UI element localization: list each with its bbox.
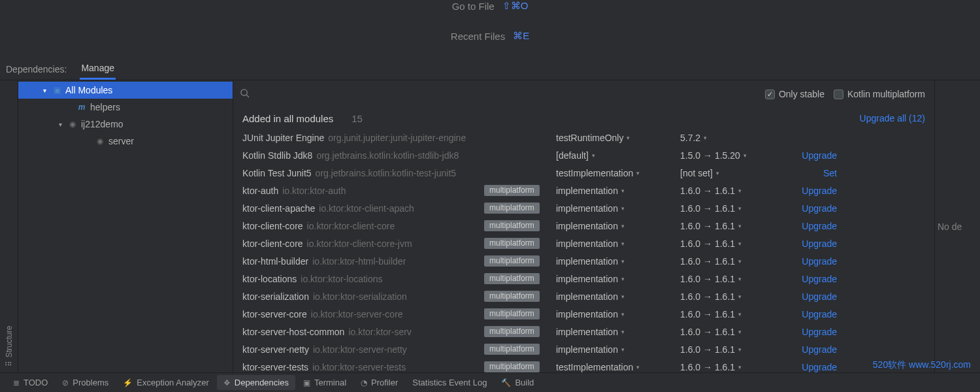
tree-label: server bbox=[108, 136, 134, 146]
version-dropdown[interactable]: 1.6.0 → 1.6.1▾ bbox=[680, 274, 785, 284]
upgrade-all-link[interactable]: Upgrade all (12) bbox=[860, 113, 925, 123]
scope-dropdown[interactable]: [default]▾ bbox=[556, 150, 680, 161]
version-dropdown[interactable]: 1.6.0 → 1.6.1▾ bbox=[680, 203, 785, 214]
dependency-row[interactable]: Kotlin Test Junit5org.jetbrains.kotlin:k… bbox=[242, 164, 925, 182]
dependency-row[interactable]: ktor-server-host-commonio.ktor:ktor-serv… bbox=[242, 323, 925, 340]
bottom-build[interactable]: 🔨Build bbox=[495, 375, 540, 390]
chevron-down-icon: ▾ bbox=[592, 152, 595, 159]
scope-dropdown[interactable]: implementation▾ bbox=[556, 274, 680, 284]
bottom-exception-analyzer[interactable]: ⚡Exception Analyzer bbox=[116, 375, 216, 390]
tab-manage[interactable]: Manage bbox=[80, 59, 116, 80]
scope-dropdown[interactable]: implementation▾ bbox=[556, 221, 680, 231]
version-dropdown[interactable]: 1.6.0 → 1.6.1▾ bbox=[680, 362, 785, 372]
scope-dropdown[interactable]: implementation▾ bbox=[556, 203, 680, 214]
version-dropdown[interactable]: [not set]▾ bbox=[680, 168, 785, 178]
chevron-down-icon: ▾ bbox=[41, 87, 48, 94]
scope-dropdown[interactable]: implementation▾ bbox=[556, 186, 680, 196]
dep-coord: io.ktor:ktor-html-builder bbox=[312, 256, 406, 267]
dep-action-link[interactable]: Upgrade bbox=[785, 362, 837, 372]
dep-action-link[interactable]: Upgrade bbox=[785, 221, 837, 231]
dependency-row[interactable]: ktor-server-nettyio.ktor:ktor-server-net… bbox=[242, 340, 925, 358]
dependency-row[interactable]: JUnit Jupiter Engineorg.junit.jupiter:ju… bbox=[242, 129, 925, 146]
version-dropdown[interactable]: 1.6.0 → 1.6.1▾ bbox=[680, 291, 785, 302]
scope-dropdown[interactable]: testImplementation▾ bbox=[556, 168, 680, 178]
chevron-down-icon: ▾ bbox=[738, 188, 742, 194]
version-dropdown[interactable]: 1.6.0 → 1.6.1▾ bbox=[680, 221, 785, 231]
dep-action-link[interactable]: Upgrade bbox=[785, 274, 837, 284]
dependency-row[interactable]: ktor-authio.ktor:ktor-authmultiplatformi… bbox=[242, 182, 925, 199]
dep-coord: io.ktor:ktor-locations bbox=[301, 274, 382, 284]
dep-action-link[interactable]: Upgrade bbox=[785, 256, 837, 267]
dep-name: ktor-server-netty bbox=[242, 344, 309, 355]
hint-recent-files[interactable]: Recent Files ⌘E bbox=[451, 30, 529, 42]
dep-action-link[interactable]: Upgrade bbox=[785, 291, 837, 302]
dependency-row[interactable]: ktor-locationsio.ktor:ktor-locationsmult… bbox=[242, 270, 925, 287]
dependency-row[interactable]: Kotlin Stdlib Jdk8org.jetbrains.kotlin:k… bbox=[242, 146, 925, 164]
dependency-row[interactable]: ktor-client-coreio.ktor:ktor-client-core… bbox=[242, 217, 925, 235]
dep-action-link[interactable]: Upgrade bbox=[785, 150, 837, 161]
tree-demo[interactable]: ▾ ◉ ij212demo bbox=[18, 116, 233, 133]
version-dropdown[interactable]: 1.6.0 → 1.6.1▾ bbox=[680, 256, 785, 267]
version-dropdown[interactable]: 1.6.0 → 1.6.1▾ bbox=[680, 327, 785, 337]
tree-helpers[interactable]: m helpers bbox=[18, 99, 233, 116]
dependency-row[interactable]: ktor-serializationio.ktor:ktor-serializa… bbox=[242, 287, 925, 305]
svg-line-1 bbox=[246, 95, 249, 97]
dep-action-link[interactable]: Upgrade bbox=[785, 203, 837, 214]
dep-action-link[interactable]: Set bbox=[785, 168, 837, 178]
dependency-row[interactable]: ktor-html-builderio.ktor:ktor-html-build… bbox=[242, 252, 925, 270]
dep-action-link[interactable]: Upgrade bbox=[785, 327, 837, 337]
chevron-down-icon: ▾ bbox=[738, 346, 742, 353]
bottom-problems[interactable]: ⊘Problems bbox=[56, 375, 115, 390]
module-tree: ▾ ▣ All Modules m helpers ▾ ◉ ij212demo … bbox=[18, 80, 233, 372]
dep-action-link[interactable]: Upgrade bbox=[785, 238, 837, 249]
dependency-row[interactable]: ktor-client-coreio.ktor:ktor-client-core… bbox=[242, 235, 925, 252]
bottom-dependencies[interactable]: ❖Dependencies bbox=[217, 375, 295, 390]
hint-go-to-file[interactable]: Go to File ⇧⌘O bbox=[452, 0, 529, 12]
dependencies-panel: ✓ Only stable Kotlin multiplatform Added… bbox=[233, 80, 934, 372]
multiplatform-badge: multiplatform bbox=[484, 308, 540, 319]
scope-dropdown[interactable]: implementation▾ bbox=[556, 238, 680, 249]
version-dropdown[interactable]: 1.6.0 → 1.6.1▾ bbox=[680, 238, 785, 249]
chevron-down-icon: ▾ bbox=[738, 258, 742, 265]
dependency-row[interactable]: ktor-client-apacheio.ktor:ktor-client-ap… bbox=[242, 199, 925, 217]
chevron-down-icon: ▾ bbox=[738, 240, 742, 247]
scope-dropdown[interactable]: implementation▾ bbox=[556, 291, 680, 302]
chevron-down-icon: ▾ bbox=[738, 223, 742, 229]
search-icon[interactable] bbox=[240, 88, 250, 100]
scope-dropdown[interactable]: implementation▾ bbox=[556, 309, 680, 319]
version-dropdown[interactable]: 5.7.2▾ bbox=[680, 133, 785, 143]
dep-action-link[interactable]: Upgrade bbox=[785, 344, 837, 355]
structure-icon: ⠿ bbox=[5, 360, 14, 367]
bottom-terminal[interactable]: ▣Terminal bbox=[297, 375, 353, 390]
tool-structure[interactable]: ⠿Structure bbox=[5, 326, 14, 367]
scope-dropdown[interactable]: testRuntimeOnly▾ bbox=[556, 133, 680, 143]
hint-shortcut: ⌘E bbox=[513, 30, 529, 42]
version-dropdown[interactable]: 1.6.0 → 1.6.1▾ bbox=[680, 344, 785, 355]
bottom-profiler[interactable]: ◔Profiler bbox=[354, 375, 404, 390]
scope-dropdown[interactable]: testImplementation▾ bbox=[556, 362, 680, 372]
chevron-down-icon: ▾ bbox=[738, 276, 742, 282]
scope-dropdown[interactable]: implementation▾ bbox=[556, 327, 680, 337]
dep-name: ktor-serialization bbox=[242, 291, 309, 302]
bottom-stats[interactable]: Statistics Event Log bbox=[406, 375, 493, 390]
multiplatform-badge: multiplatform bbox=[484, 291, 540, 302]
scope-dropdown[interactable]: implementation▾ bbox=[556, 344, 680, 355]
version-dropdown[interactable]: 1.6.0 → 1.6.1▾ bbox=[680, 309, 785, 319]
tree-all-modules[interactable]: ▾ ▣ All Modules bbox=[18, 82, 233, 99]
checkbox-only-stable[interactable]: ✓ Only stable bbox=[765, 89, 825, 99]
dependency-row[interactable]: ktor-server-coreio.ktor:ktor-server-core… bbox=[242, 305, 925, 323]
chevron-down-icon: ▾ bbox=[738, 293, 742, 300]
dependency-row[interactable]: ktor-server-testsio.ktor:ktor-server-tes… bbox=[242, 358, 925, 372]
chevron-down-icon: ▾ bbox=[621, 346, 625, 353]
bottom-tool-bar: ≣TODO ⊘Problems ⚡Exception Analyzer ❖Dep… bbox=[0, 372, 980, 392]
editor-hints: Go to File ⇧⌘O Recent Files ⌘E bbox=[0, 0, 980, 59]
scope-dropdown[interactable]: implementation▾ bbox=[556, 256, 680, 267]
version-dropdown[interactable]: 1.6.0 → 1.6.1▾ bbox=[680, 186, 785, 196]
version-dropdown[interactable]: 1.5.0 → 1.5.20▾ bbox=[680, 150, 785, 161]
bottom-todo[interactable]: ≣TODO bbox=[7, 375, 54, 390]
dep-action-link[interactable]: Upgrade bbox=[785, 309, 837, 319]
multiplatform-badge: multiplatform bbox=[484, 326, 540, 337]
tree-server[interactable]: ◉ server bbox=[18, 133, 233, 150]
checkbox-kotlin-multiplatform[interactable]: Kotlin multiplatform bbox=[834, 89, 925, 99]
dep-action-link[interactable]: Upgrade bbox=[785, 186, 837, 196]
